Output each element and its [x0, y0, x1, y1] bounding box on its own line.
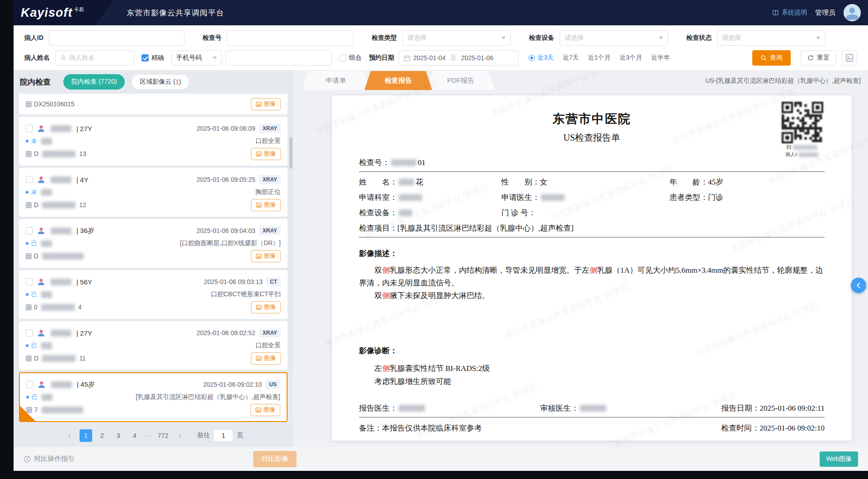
exam-no-group: 检查号 [203, 30, 354, 46]
image-button[interactable]: 图像 [251, 199, 281, 211]
system-help-link[interactable]: 系统说明 [772, 9, 807, 17]
exact-checkbox-group[interactable]: 精确 [142, 54, 164, 62]
image-button[interactable]: 图像 [251, 148, 281, 160]
exam-no-input[interactable] [227, 30, 354, 46]
user-avatar[interactable] [844, 4, 861, 21]
report-row-2: 申请科室： 申请医生： 患者类型：门诊 [359, 192, 825, 203]
modality-tag: US [265, 380, 280, 389]
report-tab[interactable]: 检查报告 [364, 71, 432, 90]
exam-checkbox[interactable] [26, 227, 33, 234]
exam-type-select[interactable]: 请选择 [402, 30, 511, 46]
exam-card-row-status: 未胸部正位 [26, 186, 281, 198]
quick-range-option[interactable]: 近3个月 [619, 54, 642, 62]
image-button[interactable]: 图像 [251, 98, 281, 110]
exam-checkbox[interactable] [26, 329, 33, 337]
reset-button[interactable]: 重置 [801, 50, 836, 66]
quick-range-option[interactable]: 近7天 [563, 54, 579, 62]
exam-card[interactable]: | 27Y2025-01-06 09:02:52XRAY已口腔全景D11图像 [19, 321, 288, 370]
highlighted-char: 侧 [590, 266, 597, 275]
quick-range-option[interactable]: 近半年 [651, 54, 670, 62]
exam-checkbox[interactable] [26, 278, 33, 285]
page-button[interactable]: 4 [128, 429, 141, 442]
radio-selected-icon [528, 55, 535, 61]
redacted-text [798, 152, 818, 157]
search-button[interactable]: 查询 [752, 50, 791, 66]
report-footer: 报告医生： 审核医生： 报告日期：2025-01-06 09:02:11 备注：… [359, 403, 825, 441]
tab-regional-cloud[interactable]: 区域影像云 ( 1 ) [131, 74, 189, 90]
exam-name: [乳腺及其引流区淋巴结彩超（乳腺中心）,超声检查] [136, 393, 280, 401]
exact-checkbox[interactable] [142, 54, 149, 62]
quick-range-option[interactable]: 近1个月 [588, 54, 611, 62]
tab-internal-exams[interactable]: 院内检查 (7720) [63, 74, 125, 90]
page-button[interactable]: 3 [112, 429, 125, 442]
exam-card-row-status: 未口腔全景 [26, 135, 281, 147]
compare-guide-label: 对比操作指引 [34, 455, 75, 463]
patient-name-field[interactable]: 病人姓名 [55, 50, 134, 66]
report-note-row: 备注：本报告仅供本院临床科室参考 检查时间：2025-01-06 09:02:1… [359, 418, 825, 441]
main-content: 院内检查 院内检查 (7720) 区域影像云 ( 1 ) DX250106015… [14, 70, 868, 447]
phone-type-select[interactable]: 手机号码 [171, 50, 222, 66]
help-doc-icon [772, 9, 779, 16]
goto-page-input[interactable] [213, 429, 233, 442]
exam-list-header: 院内检查 院内检查 (7720) 区域影像云 ( 1 ) [14, 70, 293, 94]
user-name[interactable]: 管理员 [815, 9, 835, 17]
patient-id-input[interactable] [49, 30, 184, 46]
date-range-picker[interactable]: 2025-01-04 至 2025-01-06 [399, 50, 519, 66]
status-select[interactable]: 请选择 [717, 30, 826, 46]
image-button-label: 图像 [264, 252, 276, 260]
exam-card[interactable]: | 36岁2025-01-06 09:04:03XRAY已[口腔曲面断层,口腔X… [19, 219, 288, 268]
report-tab[interactable]: 申请单 [302, 71, 370, 90]
exam-checkbox[interactable] [26, 176, 33, 183]
image-icon [255, 407, 261, 413]
exam-checkbox[interactable] [26, 381, 33, 388]
page-button[interactable]: 2 [96, 429, 108, 442]
phone-type-label: 手机号码 [176, 54, 202, 62]
image-button[interactable]: 图像 [251, 301, 281, 313]
phone-input[interactable] [226, 50, 332, 66]
web-image-button[interactable]: Web图像 [820, 451, 858, 467]
prev-page-button[interactable]: ‹ [63, 429, 76, 442]
image-button-label: 图像 [264, 406, 275, 414]
device-select[interactable]: 请选择 [560, 30, 668, 46]
quick-range-option[interactable]: 近3天 [528, 54, 554, 62]
page-button-last[interactable]: 772 [156, 429, 170, 442]
compare-images-button[interactable]: 对比影像 [253, 451, 297, 467]
image-icon [256, 253, 262, 259]
tab-regional-label: 区域影像云 ( [140, 78, 175, 86]
collapse-panel-button[interactable] [851, 278, 866, 293]
redacted-text [42, 394, 52, 401]
exam-card-row-top: | 56Y2025-01-06 09:03:13CT [26, 275, 281, 289]
description-paragraph: 双侧乳腺形态大小正常，内结构清晰，导管未见明显增宽。于左侧乳腺（1A）可见大小约… [359, 264, 825, 289]
image-button-label: 图像 [264, 354, 276, 362]
image-button[interactable]: 图像 [251, 250, 281, 262]
report-row-3: 检查设备： 门 诊 号： [359, 208, 825, 218]
report-tab[interactable]: PDF报告 [427, 71, 495, 90]
combo-checkbox-group[interactable]: 组合 [339, 54, 362, 62]
exam-card[interactable]: DX250106015图像 [19, 94, 288, 114]
exam-name: 口腔全景 [255, 341, 281, 350]
page-button[interactable]: 1 [80, 429, 92, 442]
exam-card[interactable]: | 56Y2025-01-06 09:03:13CT已口腔CBCT锥形束CT平扫… [19, 270, 288, 319]
exam-checkbox[interactable] [26, 125, 33, 132]
compare-guide-link[interactable]: 对比操作指引 [24, 455, 75, 463]
exam-number-text: DX250106015 [34, 100, 75, 108]
search-button-label: 查询 [770, 54, 783, 62]
image-button[interactable]: 图像 [251, 352, 281, 365]
corner-badge-icon [19, 405, 36, 422]
scrollbar-thumb[interactable] [289, 137, 292, 169]
image-button[interactable]: 图像 [250, 404, 280, 416]
app-title: 东营市影像云共享调阅平台 [127, 8, 224, 18]
next-page-button[interactable]: › [174, 429, 186, 442]
exam-card[interactable]: | 27Y2025-01-06 09:06:09XRAY未口腔全景D13图像 [19, 117, 288, 166]
note-label: 备注： [359, 423, 382, 433]
patient-avatar-icon [37, 277, 46, 286]
exam-datetime: 2025-01-06 09:04:03 [197, 227, 255, 234]
req-doctor-label: 申请医生： [501, 192, 540, 203]
status-dot-icon [26, 242, 28, 245]
view-switch-button[interactable] [842, 50, 857, 66]
exam-card[interactable]: | 45岁2025-01-06 09:02:10US已[乳腺及其引流区淋巴结彩超… [19, 372, 288, 422]
status-placeholder: 请选择 [722, 34, 741, 42]
exam-card[interactable]: | 4Y2025-01-06 09:05:25XRAY未胸部正位D12图像 [19, 168, 288, 217]
combo-checkbox[interactable] [339, 54, 346, 62]
image-icon [256, 304, 262, 310]
